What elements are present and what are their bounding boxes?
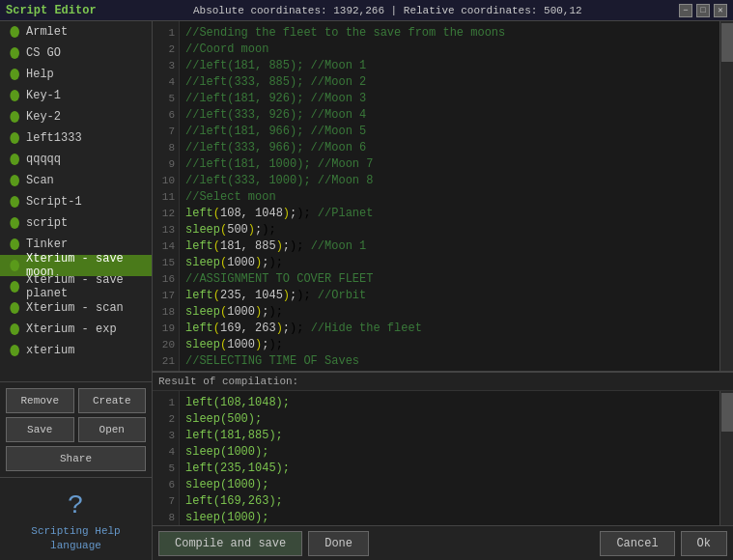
bottom-bar: Compile and save Done Cancel Ok [153, 525, 733, 560]
coordinates-display: Absolute coordinates: 1392,266 | Relativ… [97, 5, 679, 16]
compile-line: sleep(1000); [185, 510, 714, 525]
main-layout: ArmletCS GOHelpKey-1Key-2left1333qqqqqSc… [0, 21, 733, 560]
code-line: //ASSIGNMENT TO COVER FLEET [185, 271, 714, 288]
compile-scrollbar-thumb[interactable] [721, 393, 733, 432]
compile-code-area[interactable]: left(108,1048);sleep(500);left(181,885);… [180, 391, 719, 525]
code-line: sleep(1000);); [185, 255, 714, 271]
save-button[interactable]: Save [6, 417, 74, 442]
code-scrollbar[interactable] [719, 21, 733, 371]
compile-line: sleep(1000); [185, 444, 714, 461]
script-item-label: Key-2 [26, 110, 61, 124]
script-item[interactable]: Armlet [0, 21, 152, 42]
done-button[interactable]: Done [308, 531, 369, 556]
compile-and-save-button[interactable]: Compile and save [158, 531, 302, 556]
code-content: 1234567891011121314151617181920212223242… [153, 21, 733, 371]
script-item[interactable]: Help [0, 64, 152, 85]
code-line: //Select moon [185, 189, 714, 206]
cancel-button[interactable]: Cancel [600, 531, 674, 556]
compile-header: Result of compilation: [153, 373, 733, 391]
script-item[interactable]: Script-1 [0, 191, 152, 212]
script-list: ArmletCS GOHelpKey-1Key-2left1333qqqqqSc… [0, 21, 152, 381]
compile-line: left(181,885); [185, 428, 714, 444]
code-line: left(108, 1048);); //Planet [185, 206, 714, 222]
sidebar-buttons: Remove Create Save Open Share [0, 381, 152, 477]
code-line: //left(333, 885); //Moon 2 [185, 74, 714, 91]
code-line: sleep(500);); [185, 222, 714, 238]
leaf-icon [6, 279, 21, 294]
script-item-label: Key-1 [26, 89, 61, 102]
compile-line: left(108,1048); [185, 395, 714, 411]
leaf-icon [6, 88, 21, 103]
ok-button[interactable]: Ok [681, 531, 727, 556]
leaf-icon [6, 258, 21, 273]
btn-row-1: Remove Create [6, 388, 146, 413]
compile-line: left(235,1045); [185, 461, 714, 477]
compile-line-numbers: 12345678910 [153, 391, 180, 525]
help-icon[interactable]: ? [57, 486, 96, 524]
maximize-button[interactable]: □ [696, 4, 710, 17]
script-item[interactable]: Xterium - scan [0, 297, 152, 319]
script-item-label: Help [26, 68, 54, 81]
leaf-icon [6, 67, 21, 82]
script-item[interactable]: Key-2 [0, 106, 152, 127]
script-item[interactable]: Xterium - save planet [0, 276, 152, 297]
script-item-label: Xterium - scan [26, 301, 124, 315]
help-section: ? Scripting Helplanguage [0, 477, 152, 560]
code-editor: 1234567891011121314151617181920212223242… [153, 21, 733, 371]
app-title: Script Editor [6, 4, 97, 17]
remove-button[interactable]: Remove [6, 388, 74, 413]
script-item[interactable]: left1333 [0, 127, 152, 149]
leaf-icon [6, 152, 21, 167]
leaf-icon [6, 194, 21, 210]
script-item-label: CS GO [26, 46, 61, 60]
script-item[interactable]: Scan [0, 170, 152, 191]
code-line: sleep(1000);); [185, 304, 714, 321]
script-item-label: Scan [26, 174, 54, 187]
code-line: //left(333, 1000); //Moon 8 [185, 173, 714, 189]
code-line: //SELECTING TIME OF Saves [185, 353, 714, 370]
script-item[interactable]: qqqqq [0, 149, 152, 170]
window-controls: − □ ✕ [679, 4, 727, 17]
script-item[interactable]: script [0, 212, 152, 234]
compile-line: sleep(500); [185, 411, 714, 428]
close-button[interactable]: ✕ [714, 4, 727, 17]
script-item-label: script [26, 216, 68, 230]
script-item-label: xterium [26, 344, 74, 357]
script-item[interactable]: Key-1 [0, 85, 152, 106]
minimize-button[interactable]: − [679, 4, 692, 17]
code-line: //left(181, 926); //Moon 3 [185, 91, 714, 107]
sidebar: ArmletCS GOHelpKey-1Key-2left1333qqqqqSc… [0, 21, 153, 560]
code-line: //left(181, 966); //Moon 5 [185, 124, 714, 140]
open-button[interactable]: Open [78, 417, 147, 442]
code-line: left(169, 263);); //Hide the fleet [185, 321, 714, 337]
compile-line: left(169,263); [185, 493, 714, 510]
script-item[interactable]: CS GO [0, 42, 152, 64]
script-item-label: left1333 [26, 131, 82, 145]
code-line: //left(181, 885); //Moon 1 [185, 58, 714, 74]
leaf-icon [6, 173, 21, 188]
script-item-label: qqqqq [26, 153, 61, 166]
code-line: //Coord moon [185, 42, 714, 58]
compile-line: sleep(1000); [185, 477, 714, 493]
script-item[interactable]: xterium [0, 340, 152, 361]
compile-scrollbar[interactable] [719, 391, 733, 525]
create-button[interactable]: Create [78, 388, 147, 413]
share-button[interactable]: Share [6, 446, 146, 471]
script-item[interactable]: Xterium - exp [0, 319, 152, 340]
leaf-icon [6, 130, 21, 146]
leaf-icon [6, 24, 21, 40]
code-line: //left(181, 1000); //Moon 7 [185, 156, 714, 173]
code-line: //left(333, 926); //Moon 4 [185, 107, 714, 124]
code-line: //left(333, 966); //Moon 6 [185, 140, 714, 156]
script-item-label: Armlet [26, 25, 68, 39]
code-area[interactable]: //Sending the fleet to the save from the… [180, 21, 719, 371]
scrollbar-thumb[interactable] [721, 23, 733, 62]
btn-row-2: Save Open [6, 417, 146, 442]
leaf-icon [6, 45, 21, 61]
help-label: Scripting Helplanguage [31, 524, 120, 552]
script-item-label: Xterium - exp [26, 322, 117, 336]
code-line: //Sending the fleet to the save from the… [185, 25, 714, 42]
compile-result: Result of compilation: 12345678910 left(… [153, 371, 733, 525]
code-line: left(235, 1045);); //Orbit [185, 288, 714, 304]
code-line: left(181, 885);); //Moon 1 [185, 238, 714, 255]
